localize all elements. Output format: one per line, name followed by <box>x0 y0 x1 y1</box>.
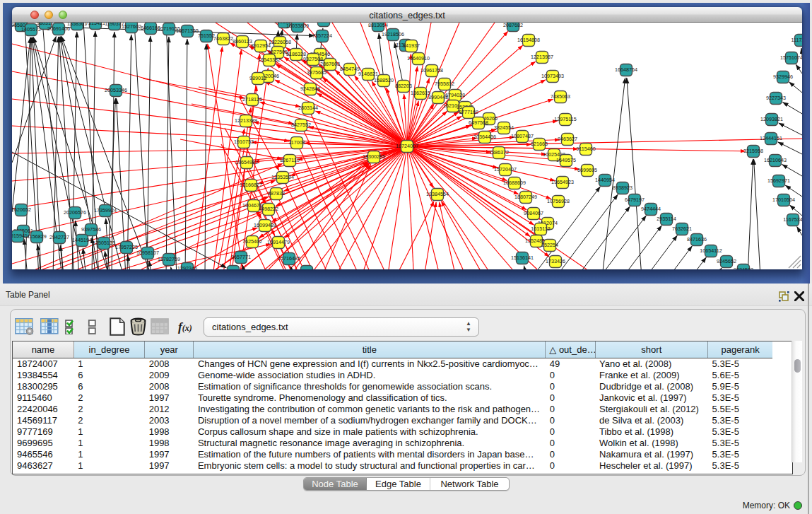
svg-text:9084067: 9084067 <box>524 210 543 216</box>
svg-text:9463627: 9463627 <box>558 136 577 142</box>
svg-text:1615112: 1615112 <box>531 226 550 232</box>
svg-text:989013: 989013 <box>249 75 266 81</box>
svg-text:1649575: 1649575 <box>556 157 576 163</box>
svg-text:12213389: 12213389 <box>235 117 257 124</box>
svg-text:15751074: 15751074 <box>780 54 802 61</box>
svg-text:2087682: 2087682 <box>503 23 523 28</box>
svg-text:1156829: 1156829 <box>27 233 46 240</box>
svg-text:15716485: 15716485 <box>278 255 300 262</box>
svg-text:757224: 757224 <box>315 23 332 23</box>
svg-text:12213987: 12213987 <box>531 54 553 60</box>
svg-text:882203: 882203 <box>395 83 412 89</box>
svg-text:17010504: 17010504 <box>772 197 795 203</box>
svg-text:9227343: 9227343 <box>766 95 786 101</box>
svg-text:1167534: 1167534 <box>783 216 802 223</box>
svg-text:621663: 621663 <box>531 141 548 147</box>
svg-text:10958107: 10958107 <box>136 250 159 256</box>
svg-text:2942737: 2942737 <box>49 234 69 240</box>
svg-text:12353594: 12353594 <box>271 174 294 180</box>
svg-text:12975115: 12975115 <box>554 116 576 122</box>
svg-text:9397586: 9397586 <box>81 226 101 233</box>
svg-text:117008: 117008 <box>288 139 305 146</box>
svg-text:12093821: 12093821 <box>760 116 783 122</box>
svg-text:3875685: 3875685 <box>307 69 326 76</box>
svg-text:17359924: 17359924 <box>94 207 117 214</box>
svg-text:10807487: 10807487 <box>511 133 534 139</box>
svg-text:19654982: 19654982 <box>235 159 258 165</box>
svg-text:10961758: 10961758 <box>420 67 443 74</box>
svg-text:9245652: 9245652 <box>717 258 736 264</box>
svg-text:6699695: 6699695 <box>577 167 597 173</box>
svg-text:20364436: 20364436 <box>473 134 496 140</box>
svg-text:12505135: 12505135 <box>93 240 115 246</box>
svg-text:87294: 87294 <box>300 268 314 269</box>
svg-text:10756928: 10756928 <box>547 198 570 204</box>
svg-text:20206576: 20206576 <box>64 209 86 216</box>
svg-text:6794028: 6794028 <box>445 92 465 98</box>
svg-text:15692971: 15692971 <box>767 177 790 184</box>
svg-text:16782759: 16782759 <box>158 256 180 262</box>
svg-text:7315421: 7315421 <box>86 23 105 26</box>
svg-text:1362615: 1362615 <box>411 90 430 96</box>
svg-text:7632621: 7632621 <box>672 226 692 232</box>
svg-text:19654923: 19654923 <box>551 179 574 185</box>
svg-text:18300295: 18300295 <box>363 153 385 160</box>
svg-text:8860123: 8860123 <box>233 38 252 45</box>
svg-text:17957225: 17957225 <box>115 244 138 250</box>
svg-text:16671355: 16671355 <box>176 28 199 34</box>
svg-text:7625402: 7625402 <box>242 238 262 245</box>
svg-text:1910753: 1910753 <box>234 139 254 145</box>
svg-text:19384554: 19384554 <box>426 191 449 197</box>
svg-text:1117204: 1117204 <box>792 37 802 43</box>
svg-text:9242848: 9242848 <box>300 86 320 92</box>
svg-text:16648764: 16648764 <box>615 66 637 73</box>
svg-text:3215958: 3215958 <box>743 148 763 154</box>
svg-text:15720407: 15720407 <box>494 166 517 173</box>
svg-text:8813054: 8813054 <box>368 23 388 28</box>
svg-text:16154808: 16154808 <box>517 37 540 43</box>
svg-text:16543382: 16543382 <box>258 57 281 63</box>
svg-text:1440954: 1440954 <box>595 177 615 183</box>
svg-text:8471636: 8471636 <box>687 236 707 243</box>
svg-text:1733426: 1733426 <box>546 258 565 264</box>
svg-text:20053346: 20053346 <box>105 87 127 93</box>
svg-text:8454749: 8454749 <box>340 66 360 72</box>
svg-text:8427552: 8427552 <box>291 122 311 128</box>
svg-text:1358301: 1358301 <box>67 23 87 27</box>
svg-text:16914479: 16914479 <box>267 239 290 245</box>
svg-text:19166827: 19166827 <box>240 182 262 188</box>
svg-text:2935114: 2935114 <box>657 216 676 222</box>
svg-text:18724007: 18724007 <box>396 143 418 149</box>
svg-text:8912954: 8912954 <box>251 42 271 49</box>
svg-text:7357224: 7357224 <box>312 33 332 39</box>
svg-text:1405572: 1405572 <box>21 26 41 33</box>
svg-text:15136141: 15136141 <box>511 255 534 261</box>
svg-text:252254: 252254 <box>541 242 558 248</box>
svg-text:16099489: 16099489 <box>254 222 276 228</box>
svg-text:7485063: 7485063 <box>551 93 570 100</box>
svg-text:9115460: 9115460 <box>576 146 595 152</box>
svg-text:751552: 751552 <box>198 33 215 39</box>
svg-text:9146821: 9146821 <box>358 71 378 77</box>
svg-text:2867608: 2867608 <box>320 61 340 67</box>
svg-text:9657771: 9657771 <box>231 254 251 260</box>
svg-text:4498222: 4498222 <box>259 206 278 212</box>
svg-text:16640910: 16640910 <box>407 55 430 62</box>
svg-text:10654112: 10654112 <box>700 247 722 254</box>
svg-text:6479197: 6479197 <box>625 197 645 203</box>
svg-text:7386372: 7386372 <box>489 149 509 156</box>
svg-text:9777169: 9777169 <box>459 109 478 115</box>
svg-text:9474444: 9474444 <box>641 206 661 212</box>
svg-text:10973493: 10973493 <box>541 73 564 79</box>
svg-text:7955812: 7955812 <box>435 81 454 87</box>
svg-text:2620652: 2620652 <box>12 206 31 213</box>
svg-text:10688609: 10688609 <box>503 180 526 186</box>
svg-text:2718126: 2718126 <box>242 96 262 103</box>
svg-text:9329946: 9329946 <box>773 74 793 80</box>
svg-text:18807249: 18807249 <box>514 194 537 200</box>
svg-text:2803144: 2803144 <box>298 105 318 111</box>
svg-text:7463822: 7463822 <box>213 35 233 42</box>
svg-text:9824502: 9824502 <box>734 267 753 269</box>
svg-text:1527602: 1527602 <box>122 23 141 30</box>
svg-text:8267110: 8267110 <box>280 157 299 163</box>
